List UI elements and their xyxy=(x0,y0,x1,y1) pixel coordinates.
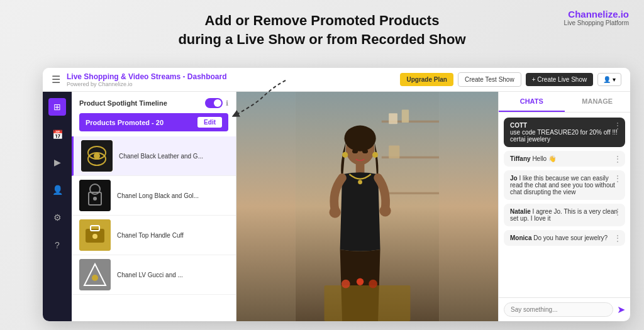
svg-point-27 xyxy=(379,205,391,216)
product-item[interactable]: Chanel Top Handle Cuff xyxy=(72,216,236,255)
message-menu[interactable]: ⋮ xyxy=(614,234,621,243)
logo-area: Channelize.io Live Shopping Platform xyxy=(564,9,629,26)
panel-title: Product Spotlight Timeline xyxy=(79,99,167,107)
message-text: use code TREASURE20 for 20% off !!! cert… xyxy=(510,129,618,143)
content-area: ⊞ 📅 ▶ 👤 ⚙ ? Product Spotlight Timeline ℹ xyxy=(43,92,630,321)
dashboard-title: Live Shopping & Video Streams - Dashboar… xyxy=(67,72,400,81)
product-thumbnail xyxy=(79,180,111,211)
product-name: Chanel Black Leather and G... xyxy=(119,153,203,160)
svg-rect-31 xyxy=(325,285,411,321)
info-icon: ℹ xyxy=(226,99,228,107)
sidebar-icon-gear[interactable]: ⚙ xyxy=(48,209,66,226)
message-username: Natalie xyxy=(510,208,531,215)
toggle-spotlight[interactable] xyxy=(205,98,223,108)
svg-point-36 xyxy=(362,149,368,153)
svg-rect-21 xyxy=(402,110,409,123)
product-item[interactable]: Chanel LV Gucci and ... xyxy=(72,255,236,295)
product-thumbnail xyxy=(79,259,111,290)
svg-rect-20 xyxy=(389,113,397,124)
message-username: Jo xyxy=(510,175,518,182)
create-live-button[interactable]: + Create Live Show xyxy=(526,73,594,86)
sidebar-icon-grid[interactable]: ⊞ xyxy=(48,98,66,116)
message-username: Tiffany xyxy=(510,155,531,162)
products-panel: Product Spotlight Timeline ℹ Products Pr… xyxy=(72,92,236,321)
page-background: Channelize.io Live Shopping Platform Add… xyxy=(0,0,644,330)
sidebar-icon-play[interactable]: ▶ xyxy=(48,153,66,171)
svg-point-33 xyxy=(357,278,364,285)
svg-point-3 xyxy=(94,153,100,159)
message-menu[interactable]: ⋮ xyxy=(614,121,621,130)
svg-point-32 xyxy=(341,280,350,289)
upgrade-button[interactable]: Upgrade Plan xyxy=(400,73,453,86)
edit-button[interactable]: Edit xyxy=(197,117,222,128)
sidebar-icon-user[interactable]: 👤 xyxy=(48,181,66,199)
panel-header: Product Spotlight Timeline ℹ xyxy=(72,92,236,113)
svg-point-30 xyxy=(372,152,378,158)
svg-point-26 xyxy=(330,207,341,218)
product-item[interactable]: Chanel Black Leather and G... xyxy=(72,136,236,176)
top-bar: ☰ Live Shopping & Video Streams - Dashbo… xyxy=(43,68,630,92)
svg-rect-22 xyxy=(389,146,399,159)
tab-manage[interactable]: MANAGE xyxy=(565,92,631,112)
sidebar-icon-help[interactable]: ? xyxy=(48,236,66,254)
svg-point-29 xyxy=(342,152,348,158)
chat-message: Jo I like this because we can easily rea… xyxy=(504,170,625,200)
product-thumbnail xyxy=(79,219,111,251)
message-text: Do you have sour jewelry? xyxy=(533,234,608,241)
svg-point-35 xyxy=(352,149,358,153)
promoted-bar: Products Promoted - 20 Edit xyxy=(79,113,228,131)
message-menu[interactable]: ⋮ xyxy=(614,207,621,216)
sidebar-icon-calendar[interactable]: 📅 xyxy=(48,126,66,143)
svg-point-34 xyxy=(369,280,377,289)
svg-point-24 xyxy=(345,126,376,151)
avatar-button[interactable]: 👤 ▾ xyxy=(597,73,621,86)
browser-window: ☰ Live Shopping & Video Streams - Dashbo… xyxy=(43,68,630,321)
svg-point-11 xyxy=(92,234,97,239)
video-area xyxy=(236,92,498,321)
chat-message: Monica Do you have sour jewelry? ⋮ xyxy=(504,230,625,246)
message-username: Monica xyxy=(510,234,531,241)
headline-line1: Add or Remove Promoted Products xyxy=(205,13,440,28)
product-item[interactable]: Chanel Long Black and Gol... xyxy=(72,176,236,216)
promoted-label: Products Promoted - 20 xyxy=(86,119,164,126)
chat-input[interactable] xyxy=(504,302,613,317)
title-area: Live Shopping & Video Streams - Dashboar… xyxy=(67,72,400,87)
chat-message: Natalie I agree Jo. This is a very clean… xyxy=(504,204,625,226)
send-button[interactable]: ➤ xyxy=(617,304,625,316)
chat-input-area: ➤ xyxy=(499,297,630,321)
product-name: Chanel Long Black and Gol... xyxy=(117,192,199,199)
message-text: I like this because we can easily read t… xyxy=(510,175,615,195)
chat-panel: CHATS MANAGE COTT ⋮ use code TREASURE20 … xyxy=(498,92,630,321)
svg-point-28 xyxy=(358,180,362,184)
product-name: Chanel LV Gucci and ... xyxy=(117,272,183,278)
top-bar-actions: Upgrade Plan Create Test Show + Create L… xyxy=(400,72,621,87)
sidebar: ⊞ 📅 ▶ 👤 ⚙ ? xyxy=(43,92,72,321)
logo-name: Channelize.io xyxy=(564,9,629,19)
svg-point-14 xyxy=(92,275,98,281)
chat-message: COTT ⋮ use code TREASURE20 for 20% off !… xyxy=(504,118,625,147)
message-menu[interactable]: ⋮ xyxy=(614,155,621,163)
tab-chats[interactable]: CHATS xyxy=(499,92,565,112)
logo-tagline: Live Shopping Platform xyxy=(564,19,629,26)
svg-rect-19 xyxy=(382,192,439,194)
message-menu[interactable]: ⋮ xyxy=(614,174,621,183)
create-test-button[interactable]: Create Test Show xyxy=(458,72,521,87)
message-text: Hello 👋 xyxy=(532,155,556,162)
chat-message: Tiffany Hello 👋 ⋮ xyxy=(504,151,625,167)
headline-line2: during a Live Show or from Recorded Show xyxy=(178,31,465,47)
svg-point-7 xyxy=(93,197,97,201)
powered-by: Powered by Channelize.io xyxy=(67,81,400,87)
message-username: COTT xyxy=(510,122,527,129)
hamburger-icon[interactable]: ☰ xyxy=(52,74,60,85)
headline: Add or Remove Promoted Products during a… xyxy=(0,0,644,56)
video-stream xyxy=(236,92,498,321)
product-thumbnail xyxy=(81,140,113,172)
product-name: Chanel Top Handle Cuff xyxy=(117,232,184,239)
chat-messages: COTT ⋮ use code TREASURE20 for 20% off !… xyxy=(499,113,630,297)
chat-tabs: CHATS MANAGE xyxy=(499,92,630,113)
